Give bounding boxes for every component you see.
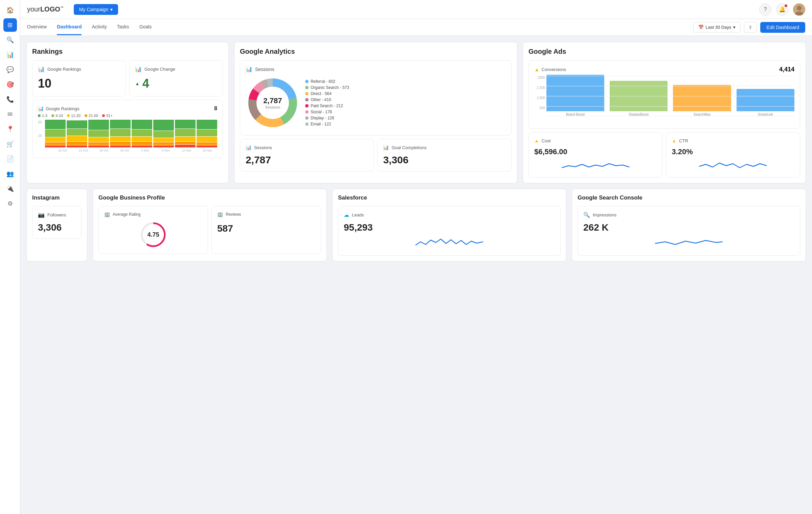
legend-dot-1-3 bbox=[38, 114, 41, 117]
bar-seg-orange bbox=[45, 142, 66, 145]
google-business-section: Google Business Profile 🏢 Average Rating bbox=[93, 189, 327, 261]
sidebar-chart[interactable]: 📊 bbox=[3, 48, 17, 62]
sidebar-location[interactable]: 📍 bbox=[3, 122, 17, 136]
sidebar-plug[interactable]: 🔌 bbox=[3, 182, 17, 195]
notifications-button[interactable]: 🔔 bbox=[776, 3, 788, 16]
bar-seg-yellow bbox=[67, 136, 87, 141]
sidebar-grid[interactable]: ⊞ bbox=[3, 18, 17, 32]
sessions-card: 📊 Sessions 2,787 bbox=[240, 139, 374, 171]
tab-activity[interactable]: Activity bbox=[92, 19, 107, 35]
legend-11-20: 11-20 bbox=[67, 114, 81, 118]
google-rankings-value: 10 bbox=[38, 76, 120, 91]
goal-completions-header: 📊 Goal Completions bbox=[383, 145, 506, 150]
instagram-icon: 📷 bbox=[38, 212, 45, 218]
share-button[interactable]: ⇪ bbox=[744, 22, 757, 33]
sidebar-home[interactable]: 🏠 bbox=[3, 3, 17, 17]
goal-icon: 📊 bbox=[383, 145, 389, 150]
topnav-right: ? 🔔 bbox=[759, 3, 805, 16]
dot-social bbox=[305, 110, 309, 114]
google-analytics-title: Google Analytics bbox=[240, 48, 512, 55]
sidebar-settings[interactable]: ⚙ bbox=[3, 197, 17, 210]
rating-circle-container: 4.75 bbox=[104, 221, 202, 248]
date-label-3: 26 Oct bbox=[94, 149, 114, 152]
logo: yourLOGO™ bbox=[27, 5, 64, 13]
sidebar-doc[interactable]: 📄 bbox=[3, 152, 17, 166]
legend-label-1-3: 1-3 bbox=[42, 114, 47, 118]
date-label-8: 16 Nov bbox=[198, 149, 217, 152]
sidebar-cart[interactable]: 🛒 bbox=[3, 137, 17, 151]
bar-seg-yellow bbox=[175, 137, 196, 141]
legend-dot-11-20 bbox=[67, 114, 70, 117]
edit-dashboard-button[interactable]: Edit Dashboard bbox=[760, 22, 805, 33]
legend-1-3: 1-3 bbox=[38, 114, 47, 118]
dot-other bbox=[305, 98, 309, 101]
donut-chart: 2,787 Sessions bbox=[246, 76, 300, 130]
google-analytics-section: Google Analytics 📊 Sessions bbox=[234, 42, 517, 183]
label-organic: Organic Search - 573 bbox=[311, 85, 349, 90]
ctr-value: 3.20% bbox=[672, 147, 794, 156]
sidebar-mail[interactable]: ✉ bbox=[3, 108, 17, 121]
sessions-header: 📊 Sessions bbox=[246, 66, 506, 72]
legend-display: Display - 126 bbox=[305, 116, 349, 120]
tab-dashboard[interactable]: Dashboard bbox=[57, 19, 82, 35]
bar-seg-lightgreen bbox=[153, 131, 174, 138]
sessions-legend: Referral - 602 Organic Search - 573 Dire… bbox=[305, 79, 349, 126]
sidebar-target[interactable]: 🎯 bbox=[3, 78, 17, 91]
reviews-label: Reviews bbox=[226, 212, 241, 217]
legend-direct: Direct - 564 bbox=[305, 91, 349, 96]
bar-chart-icon: 📊 bbox=[38, 66, 45, 72]
google-change-value: 4 bbox=[142, 76, 149, 91]
search-console-section: Google Search Console 🔍 Impressions 262 … bbox=[572, 189, 806, 261]
help-button[interactable]: ? bbox=[759, 3, 771, 16]
tab-bar: Overview Dashboard Activity Tasks Goals … bbox=[20, 19, 812, 36]
label-referral: Referral - 602 bbox=[311, 79, 335, 84]
tab-overview[interactable]: Overview bbox=[27, 19, 47, 35]
rankings-chart-header: 📊 Google Rankings 8 bbox=[38, 106, 217, 112]
date-label-6: 8 Nov bbox=[156, 149, 176, 152]
legend-label-4-10: 4-10 bbox=[55, 114, 63, 118]
goal-label: Goal Completions bbox=[391, 145, 426, 150]
bar-seg-yellow bbox=[88, 137, 109, 142]
cost-icon: ▲ bbox=[534, 138, 539, 143]
rankings-section: Rankings 📊 Google Rankings 10 📊 bbox=[26, 42, 229, 183]
impressions-value: 262 K bbox=[583, 222, 794, 233]
sessions-card-icon: 📊 bbox=[246, 145, 251, 150]
sidebar-search[interactable]: 🔍 bbox=[3, 33, 17, 47]
bar-seg-red bbox=[132, 145, 152, 147]
reviews-value: 587 bbox=[217, 223, 315, 234]
instagram-title: Instagram bbox=[32, 194, 82, 201]
stacked-bar-chart: 20 10 bbox=[38, 120, 217, 152]
legend-email: Email - 122 bbox=[305, 122, 349, 126]
top-navigation: yourLOGO™ My Campaign ▾ ? 🔔 bbox=[20, 0, 812, 19]
instagram-section: Instagram 📷 Followers 3,306 bbox=[26, 189, 87, 261]
legend-label-21-50: 21-50 bbox=[89, 114, 98, 118]
sidebar-chat[interactable]: 💬 bbox=[3, 63, 17, 76]
tab-tasks[interactable]: Tasks bbox=[117, 19, 129, 35]
date-filter-button[interactable]: 📅 Last 30 Days ▾ bbox=[693, 22, 741, 32]
triangle-up-icon: ▲ bbox=[135, 81, 140, 86]
bar-seg-green bbox=[175, 120, 196, 128]
bar-seg-yellow bbox=[153, 138, 174, 142]
tab-goals[interactable]: Goals bbox=[139, 19, 152, 35]
conversions-icon: ▲ bbox=[534, 67, 540, 73]
bar-seg-orange bbox=[110, 142, 131, 145]
bar-group-4 bbox=[110, 120, 131, 147]
campaign-button[interactable]: My Campaign ▾ bbox=[74, 4, 118, 15]
row-1: Rankings 📊 Google Rankings 10 📊 bbox=[26, 42, 806, 183]
bar-chart-icon-2: 📊 bbox=[135, 66, 142, 72]
donut-center: 2,787 Sessions bbox=[263, 96, 282, 109]
bar-seg-red bbox=[110, 145, 131, 147]
sidebar-phone[interactable]: 📞 bbox=[3, 93, 17, 106]
ctr-sparkline bbox=[672, 158, 794, 170]
user-avatar[interactable] bbox=[793, 3, 805, 16]
legend-label-51plus: 51+ bbox=[106, 114, 113, 118]
google-rankings-header: 📊 Google Rankings bbox=[38, 66, 120, 72]
chart-legend: 1-3 4-10 11-20 21-50 bbox=[38, 114, 217, 118]
bar-group-3 bbox=[88, 120, 109, 147]
bar-seg-orange bbox=[175, 142, 196, 144]
rating-circle: 4.75 bbox=[140, 221, 167, 248]
bar-seg-yellow bbox=[197, 137, 217, 142]
sessions-label: Sessions bbox=[255, 67, 274, 72]
sidebar-people[interactable]: 👥 bbox=[3, 167, 17, 181]
goal-value: 3,306 bbox=[383, 154, 506, 166]
